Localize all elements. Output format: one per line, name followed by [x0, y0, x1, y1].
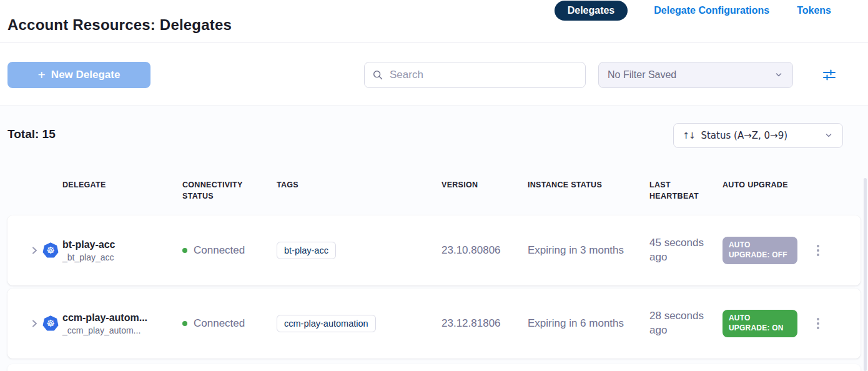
- row-menu-button[interactable]: [809, 215, 827, 285]
- saved-filter-value: No Filter Saved: [608, 69, 676, 81]
- filter-settings-button[interactable]: [821, 67, 838, 82]
- kubernetes-icon: ☸: [42, 215, 61, 285]
- auto-upgrade-badge: AUTO UPGRADE: ON: [723, 310, 797, 337]
- page-title: Account Resources: Delegates: [7, 16, 232, 34]
- version-cell: 23.12.81806: [441, 289, 501, 359]
- total-count: Total: 15: [7, 127, 56, 141]
- new-delegate-button[interactable]: + New Delegate: [7, 62, 150, 88]
- connectivity-status-cell: Connected: [182, 289, 245, 359]
- delegate-name: bt-play-acc: [62, 239, 115, 250]
- column-header-version: VERSION: [441, 180, 478, 191]
- toolbar: + New Delegate No Filter Saved: [0, 42, 868, 106]
- vertical-scrollbar[interactable]: [864, 178, 867, 371]
- sort-value: Status (A→Z, 0→9): [701, 130, 817, 141]
- row-expander-icon[interactable]: [27, 289, 42, 359]
- sort-dropdown[interactable]: ↑↓ Status (A→Z, 0→9): [673, 123, 843, 148]
- saved-filter-dropdown[interactable]: No Filter Saved: [598, 62, 793, 88]
- column-header-delegate: DELEGATE: [62, 180, 106, 191]
- table-row[interactable]: ☸ bt-play-acc _bt_play_acc Connected bt-…: [7, 215, 861, 285]
- chevron-down-icon: [824, 131, 834, 141]
- table-row[interactable]: [7, 364, 861, 371]
- delegates-list-section: Total: 15 ↑↓ Status (A→Z, 0→9) DELEGATE …: [0, 106, 868, 371]
- kubernetes-icon: ☸: [42, 289, 61, 359]
- delegate-name-cell[interactable]: bt-play-acc _bt_play_acc: [62, 215, 178, 285]
- tags-cell: ccm-play-automation: [277, 289, 376, 359]
- column-header-last-heartbeat: LAST HEARTBEAT: [649, 180, 712, 202]
- search-icon: [372, 69, 383, 81]
- delegate-name: ccm-play-autom...: [62, 312, 147, 324]
- svg-text:☸: ☸: [46, 318, 55, 329]
- column-header-instance-status: INSTANCE STATUS: [528, 180, 602, 191]
- auto-upgrade-badge: AUTO UPGRADE: OFF: [723, 237, 797, 264]
- row-menu-button[interactable]: [809, 289, 827, 359]
- search-input[interactable]: [390, 69, 578, 81]
- plus-icon: +: [38, 68, 46, 81]
- tags-cell: bt-play-acc: [277, 215, 336, 285]
- connectivity-status-cell: Connected: [182, 215, 245, 285]
- sort-arrows-icon: ↑↓: [683, 131, 694, 141]
- delegate-name-cell[interactable]: ccm-play-autom... _ccm_play_autom...: [62, 289, 178, 359]
- chevron-down-icon: [774, 70, 784, 80]
- delegate-identifier: _bt_play_acc: [62, 252, 114, 262]
- table-header-row: DELEGATE CONNECTIVITY STATUS TAGS VERSIO…: [0, 180, 868, 201]
- svg-text:☸: ☸: [46, 245, 55, 256]
- last-heartbeat-cell: 45 seconds ago: [649, 215, 723, 285]
- auto-upgrade-cell: AUTO UPGRADE: ON: [723, 289, 805, 359]
- tab-delegates[interactable]: Delegates: [555, 1, 628, 21]
- instance-status-cell: Expiring in 6 months: [528, 289, 624, 359]
- last-heartbeat-cell: 28 seconds ago: [649, 289, 723, 359]
- connectivity-status: Connected: [194, 317, 245, 330]
- tab-tokens[interactable]: Tokens: [796, 1, 832, 20]
- tag-chip: bt-play-acc: [277, 242, 336, 259]
- row-expander-icon[interactable]: [27, 215, 42, 285]
- column-header-tags: TAGS: [277, 180, 298, 191]
- resource-tabs: Delegates Delegate Configurations Tokens: [555, 0, 832, 21]
- column-header-auto-upgrade: AUTO UPGRADE: [723, 180, 810, 191]
- version-cell: 23.10.80806: [441, 215, 501, 285]
- auto-upgrade-cell: AUTO UPGRADE: OFF: [723, 215, 805, 285]
- tag-chip: ccm-play-automation: [277, 315, 376, 332]
- new-delegate-label: New Delegate: [51, 69, 121, 81]
- tab-delegate-configurations[interactable]: Delegate Configurations: [653, 1, 771, 20]
- delegates-page: Account Settings / Account Resources / D…: [0, 0, 868, 371]
- kebab-icon: [817, 318, 819, 329]
- search-box: [364, 62, 586, 88]
- connected-dot-icon: [182, 248, 187, 253]
- connectivity-status: Connected: [194, 244, 245, 257]
- page-header: Account Resources: Delegates Delegates D…: [0, 0, 868, 42]
- table-row[interactable]: ☸ ccm-play-autom... _ccm_play_autom... C…: [7, 289, 861, 359]
- instance-status-cell: Expiring in 3 months: [528, 215, 624, 285]
- kebab-icon: [817, 245, 819, 256]
- delegate-identifier: _ccm_play_autom...: [62, 325, 141, 335]
- column-header-connectivity-status: CONNECTIVITY STATUS: [182, 180, 267, 202]
- filter-sliders-icon: [821, 67, 837, 82]
- connected-dot-icon: [182, 321, 187, 326]
